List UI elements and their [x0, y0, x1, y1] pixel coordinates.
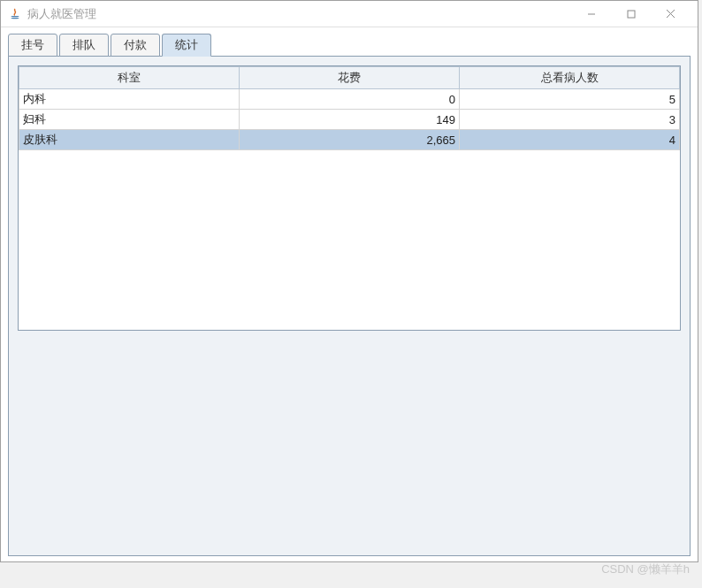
cell-cost[interactable]: 149 — [240, 110, 460, 130]
table-row[interactable]: 妇科1493 — [19, 110, 680, 130]
tab-queue[interactable]: 排队 — [59, 34, 109, 57]
table-header-row: 科室 花费 总看病人数 — [19, 67, 680, 89]
cell-department[interactable]: 皮肤科 — [19, 130, 240, 150]
col-cost[interactable]: 花费 — [240, 67, 460, 89]
watermark: CSDN @懒羊羊h — [601, 561, 690, 577]
cell-cost[interactable]: 0 — [240, 89, 460, 110]
java-icon — [8, 7, 22, 21]
col-department[interactable]: 科室 — [19, 67, 240, 89]
app-window: 病人就医管理 挂号 排队 付款 统计 科 — [0, 0, 698, 562]
stats-table: 科室 花费 总看病人数 内科05妇科1493皮肤科2,6654 — [19, 66, 680, 150]
cell-patient-count[interactable]: 3 — [460, 110, 680, 130]
tab-register[interactable]: 挂号 — [8, 34, 57, 57]
cell-department[interactable]: 妇科 — [19, 110, 240, 130]
table-row[interactable]: 皮肤科2,6654 — [19, 130, 680, 150]
tab-payment[interactable]: 付款 — [111, 34, 160, 57]
cell-department[interactable]: 内科 — [19, 89, 240, 110]
close-button[interactable] — [651, 2, 691, 27]
window-controls — [571, 2, 691, 27]
cell-patient-count[interactable]: 4 — [460, 130, 680, 150]
cell-cost[interactable]: 2,665 — [240, 130, 460, 150]
table-row[interactable]: 内科05 — [19, 89, 680, 110]
tabs-row: 挂号 排队 付款 统计 — [8, 33, 691, 57]
svg-rect-1 — [628, 11, 635, 18]
tab-statistics[interactable]: 统计 — [162, 34, 211, 57]
col-patient-count[interactable]: 总看病人数 — [460, 67, 680, 89]
titlebar: 病人就医管理 — [1, 1, 698, 27]
maximize-button[interactable] — [611, 2, 651, 27]
stats-table-wrapper: 科室 花费 总看病人数 内科05妇科1493皮肤科2,6654 — [18, 65, 681, 331]
window-title: 病人就医管理 — [27, 6, 571, 22]
content-area: 挂号 排队 付款 统计 科室 花费 总看病人数 内科05妇科1493皮肤科2,6… — [1, 27, 698, 561]
minimize-button[interactable] — [571, 2, 611, 27]
tab-panel-statistics: 科室 花费 总看病人数 内科05妇科1493皮肤科2,6654 — [8, 57, 691, 556]
cell-patient-count[interactable]: 5 — [460, 89, 680, 110]
